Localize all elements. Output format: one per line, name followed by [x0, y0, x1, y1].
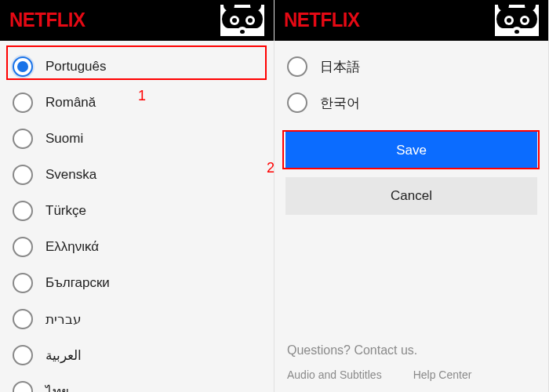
panel-left: NETFLIX PortuguêsRomânăSuomiSvenskaTürkç… [0, 0, 274, 392]
language-option[interactable]: Svenska [5, 157, 274, 193]
language-label: Português [45, 59, 107, 74]
radio-icon [13, 345, 33, 365]
footer-link-help[interactable]: Help Center [413, 368, 472, 381]
language-label: Türkçe [45, 203, 86, 219]
radio-icon [13, 273, 33, 293]
panel-right: NETFLIX 日本語한국어 Save Cancel Questions? Co… [274, 0, 549, 392]
annotation-step-2: 2 [267, 160, 274, 176]
language-label: ไทย [45, 381, 69, 393]
app-header: NETFLIX [274, 0, 548, 41]
radio-icon [13, 381, 33, 392]
language-label: 日本語 [320, 58, 360, 76]
netflix-logo: NETFLIX [9, 9, 85, 31]
language-label: Ελληνικά [45, 239, 99, 255]
language-option[interactable]: Ελληνικά [5, 229, 274, 265]
language-list: 日本語한국어 [274, 41, 548, 121]
language-label: العربية [45, 347, 82, 364]
app-header: NETFLIX [0, 0, 274, 41]
radio-icon [13, 309, 33, 329]
radio-icon [287, 93, 307, 113]
language-label: Български [45, 275, 110, 291]
radio-icon [13, 93, 33, 113]
profile-avatar[interactable] [220, 5, 264, 36]
footer-link-audio[interactable]: Audio and Subtitles [287, 368, 382, 381]
language-option[interactable]: 日本語 [279, 49, 548, 85]
language-option[interactable]: ไทย [5, 373, 274, 392]
language-option[interactable]: Türkçe [5, 193, 274, 229]
save-button[interactable]: Save [285, 132, 537, 169]
language-option[interactable]: Português [5, 49, 274, 85]
save-button-label: Save [396, 143, 427, 158]
language-option[interactable]: Suomi [5, 121, 274, 157]
language-option[interactable]: Български [5, 265, 274, 301]
language-option[interactable]: עברית [5, 301, 274, 337]
radio-icon [13, 129, 33, 149]
footer-links: Audio and Subtitles Help Center [287, 368, 536, 381]
annotation-step-1: 1 [138, 88, 146, 104]
footer: Questions? Contact us. Audio and Subtitl… [274, 329, 548, 392]
radio-icon [13, 237, 33, 257]
language-label: עברית [45, 311, 82, 328]
radio-icon [13, 201, 33, 221]
language-option[interactable]: 한국어 [279, 85, 548, 121]
language-option[interactable]: العربية [5, 337, 274, 373]
language-label: 한국어 [320, 94, 360, 112]
language-label: Română [45, 95, 96, 111]
radio-icon [287, 56, 307, 77]
footer-contact[interactable]: Questions? Contact us. [287, 343, 536, 358]
profile-avatar[interactable] [495, 5, 539, 36]
language-list: PortuguêsRomânăSuomiSvenskaTürkçeΕλληνικ… [0, 41, 274, 392]
cancel-button[interactable]: Cancel [285, 177, 537, 215]
cancel-button-label: Cancel [391, 188, 432, 204]
language-label: Suomi [45, 131, 83, 147]
language-label: Svenska [45, 167, 96, 183]
netflix-logo: NETFLIX [284, 9, 360, 31]
radio-icon [13, 165, 33, 185]
radio-icon [13, 56, 33, 77]
